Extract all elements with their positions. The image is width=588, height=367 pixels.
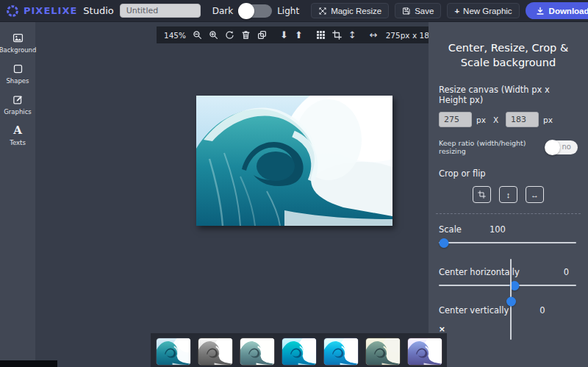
center-vertically-label: Center vertically: [439, 305, 509, 316]
move-up-icon[interactable]: ⬆: [295, 30, 303, 40]
magic-resize-button[interactable]: Magic Resize: [311, 3, 389, 18]
sidebar-item-label: Graphics: [4, 108, 32, 115]
filter-thumb-normal[interactable]: Normal: [156, 338, 191, 367]
zoom-out-icon[interactable]: [193, 30, 202, 40]
grid-icon[interactable]: [316, 30, 326, 40]
theme-switch[interactable]: [238, 4, 272, 18]
edit-icon: [12, 94, 24, 105]
save-button[interactable]: Save: [395, 3, 441, 18]
duplicate-icon[interactable]: [257, 30, 267, 40]
center-horizontally-row: Center horizontally 0: [439, 267, 578, 277]
keep-ratio-value: no: [562, 143, 571, 151]
sidebar-item-label: Shapes: [6, 77, 29, 85]
filter-thumb-reyes[interactable]: Reyes: [240, 338, 275, 367]
center-vertically-slider-knob[interactable]: [506, 297, 516, 307]
filter-thumbnail-image: [407, 338, 442, 366]
scale-value: 100: [490, 224, 506, 235]
flip-horizontal-button[interactable]: ↔: [526, 186, 544, 203]
height-input[interactable]: [506, 112, 539, 127]
filter-thumb-moon[interactable]: Moon: [198, 338, 233, 367]
dark-label: Dark: [212, 6, 233, 16]
filter-thumbnail-image: [323, 338, 359, 366]
sidebar-item-shapes[interactable]: Shapes: [0, 63, 35, 85]
canvas-image[interactable]: [196, 96, 392, 226]
trash-icon[interactable]: [241, 30, 251, 40]
filter-thumbnail-image: [156, 338, 191, 366]
download-button[interactable]: Download: [526, 2, 588, 19]
brand-name: PIXELIXE: [24, 5, 77, 16]
light-label: Light: [277, 6, 299, 16]
resize-canvas-label: Resize canvas (Width px x Height px): [439, 85, 578, 105]
top-bar: PIXELIXE Studio Dark Light Magic Resize …: [0, 0, 588, 22]
flip-vertical-button[interactable]: ↕: [499, 186, 517, 203]
keep-ratio-toggle[interactable]: no: [545, 140, 578, 154]
resize-canvas-row: px X px: [439, 112, 578, 127]
filter-thumbnail-image: [240, 338, 275, 366]
scale-slider-knob[interactable]: [440, 238, 449, 248]
close-icon[interactable]: ×: [439, 326, 445, 333]
px-label: px: [476, 115, 486, 124]
download-icon: [536, 7, 545, 15]
theme-switch-knob[interactable]: [238, 3, 254, 19]
left-sidebar: Background Shapes Graphics A Texts: [0, 22, 35, 367]
crop-flip-buttons: ↕ ↔: [439, 186, 578, 203]
sidebar-item-label: Background: [0, 46, 36, 54]
scale-row: Scale 100: [439, 224, 578, 235]
scale-slider[interactable]: [439, 242, 576, 243]
image-icon: [12, 32, 24, 43]
keep-ratio-toggle-knob[interactable]: [545, 140, 560, 155]
save-icon: [402, 7, 411, 15]
filter-thumbnail-image: [365, 338, 401, 366]
browser-status-bar: [0, 360, 57, 367]
square-icon: [12, 63, 24, 74]
canvas-toolbar: 145% ⬇ ⬆ ↕ ↔ 275px x 183px: [157, 26, 430, 43]
center-horizontally-label: Center horizontally: [439, 267, 520, 277]
sidebar-item-graphics[interactable]: Graphics: [0, 94, 35, 115]
save-label: Save: [415, 7, 434, 15]
filter-thumb-clarendon[interactable]: Clarendon: [282, 338, 317, 367]
flip-horizontal-icon: ↔: [531, 190, 539, 199]
crop-icon[interactable]: [332, 30, 342, 40]
px-label: px: [543, 115, 553, 124]
crop-or-flip-label: Crop or flip: [439, 168, 578, 179]
wave-photo: [196, 96, 392, 226]
right-panel: Center, Resize, Crop & Scale background …: [429, 22, 588, 367]
letter-a-icon: A: [13, 125, 22, 136]
crop-icon: [478, 190, 486, 199]
filter-thumb-willow[interactable]: Willow: [407, 338, 442, 367]
filter-thumb-hudson[interactable]: Hudson: [323, 338, 359, 367]
flip-vertical-icon: ↕: [506, 190, 511, 199]
width-input[interactable]: [439, 112, 472, 127]
new-graphic-label: New Graphic: [463, 7, 512, 15]
center-horizontally-slider[interactable]: [439, 285, 576, 286]
x-separator: X: [493, 115, 498, 124]
new-graphic-button[interactable]: + New Graphic: [447, 3, 519, 18]
app-logo[interactable]: PIXELIXE Studio: [6, 4, 114, 18]
resize-vertical-icon[interactable]: ↕: [348, 30, 356, 40]
center-vertically-row: Center vertically 0: [439, 305, 578, 316]
center-horizontally-value: 0: [564, 267, 569, 277]
crop-button[interactable]: [473, 186, 491, 203]
filter-thumbnail-image: [282, 338, 317, 366]
sidebar-item-label: Texts: [10, 139, 26, 146]
magic-resize-icon: [318, 7, 327, 15]
theme-toggle-group: Dark Light: [212, 4, 299, 18]
zoom-in-icon[interactable]: [209, 30, 218, 40]
center-vertically-slider[interactable]: [510, 259, 512, 340]
filter-thumb-earlybird[interactable]: Earlybird: [365, 338, 401, 367]
move-down-icon[interactable]: ⬇: [280, 30, 288, 40]
magic-resize-label: Magic Resize: [331, 7, 381, 15]
dashed-divider: [436, 213, 581, 214]
document-title-input[interactable]: [120, 4, 201, 18]
sidebar-item-background[interactable]: Background: [0, 32, 35, 54]
pixelixe-logo-icon: [6, 4, 19, 18]
panel-title: Center, Resize, Crop & Scale background: [439, 41, 578, 70]
zoom-level: 145%: [164, 31, 186, 40]
download-label: Download: [549, 7, 588, 15]
scale-label: Scale: [439, 224, 462, 235]
rotate-icon[interactable]: [225, 30, 234, 40]
filter-filmstrip: × Normal Moon Reyes Clarendon Hudson Ear: [151, 333, 447, 367]
resize-horizontal-icon[interactable]: ↔: [370, 30, 378, 40]
keep-ratio-row: Keep ratio (width/height) resizing no: [439, 139, 578, 155]
sidebar-item-texts[interactable]: A Texts: [0, 125, 35, 146]
